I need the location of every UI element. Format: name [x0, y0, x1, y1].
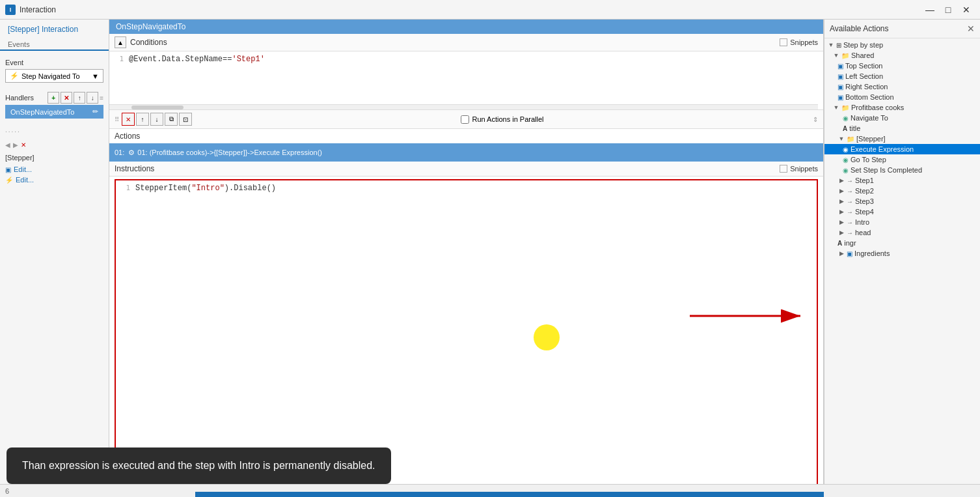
expander-ingredients-icon: ▶ [837, 249, 845, 257]
tree-item-execute-expression[interactable]: ◉ Execute Expression [824, 144, 980, 154]
expand-icon: ≡ [100, 94, 103, 102]
tooltip-box: Than expression is executed and the step… [7, 447, 391, 484]
conditions-code-area: 1 @Event.Data.StepName=='Step1' [109, 51, 823, 110]
copy-action-button[interactable]: ⧉ [165, 113, 178, 126]
snippets-checkbox-inst[interactable] [780, 165, 787, 173]
interaction-title: [Stepper] Interaction [8, 25, 101, 34]
snippets-checkbox[interactable] [780, 38, 787, 46]
event-section: Event ⚡ Step Navigated To ▼ [0, 53, 109, 88]
line-number-1: 1 [109, 55, 129, 63]
paste-action-button[interactable]: ⊡ [179, 113, 192, 126]
handlers-header: Handlers + ✕ ↑ ↓ ≡ [5, 91, 103, 105]
intro-icon: → [847, 219, 853, 226]
minimize-button[interactable]: — [921, 3, 938, 16]
tree-item-navigate-to[interactable]: ◉ Navigate To [824, 113, 980, 123]
collapse-conditions-button[interactable]: ▲ [115, 36, 126, 48]
handler-title-text: OnStepNavigatedTo [116, 22, 185, 31]
action-icon: ⚙ [128, 149, 135, 157]
go-to-step-label: Go To Step [851, 156, 886, 163]
tree-item-stepper[interactable]: ▼ 📁 [Stepper] [824, 134, 980, 144]
tree-item-step2[interactable]: ▶ → Step2 [824, 186, 980, 196]
window-title: Interaction [20, 5, 56, 14]
tree-item-profitbase-cooks[interactable]: ▼ 📁 Profitbase cooks [824, 102, 980, 113]
profitbase-cooks-label: Profitbase cooks [851, 104, 904, 111]
maximize-button[interactable]: □ [940, 3, 957, 16]
step2-icon: → [847, 188, 853, 195]
title-bar-left: I Interaction [5, 5, 56, 15]
parallel-checkbox[interactable] [461, 115, 469, 124]
tree-item-step-by-step[interactable]: ▼ ⊞ Step by step [824, 40, 980, 50]
tree-item-step3[interactable]: ▶ → Step3 [824, 196, 980, 206]
edit-button-2[interactable]: Edit... [16, 176, 34, 184]
tree-item-bottom-section[interactable]: ▣ Bottom Section [824, 92, 980, 102]
left-panel: [Stepper] Interaction Events Event ⚡ Ste… [0, 20, 109, 497]
step4-label: Step4 [855, 208, 874, 216]
delete-handler-button[interactable]: ✕ [61, 92, 72, 104]
move-action-down-button[interactable]: ↓ [150, 113, 163, 126]
close-button[interactable]: ✕ [958, 3, 975, 16]
expander-icon: ▼ [827, 41, 835, 49]
code-line-1: 1 @Event.Data.StepName=='Step1' [109, 54, 823, 64]
ingr-label: ingr [844, 239, 856, 247]
tree-item-shared[interactable]: ▼ 📁 Shared [824, 50, 980, 61]
line-content-1[interactable]: @Event.Data.StepName=='Step1' [129, 55, 265, 64]
handlers-label: Handlers [5, 94, 46, 102]
tree-item-ingredients[interactable]: ▶ ▣ Ingredients [824, 248, 980, 259]
top-section-label: Top Section [845, 62, 882, 70]
event-dropdown[interactable]: ⚡ Step Navigated To ▼ [5, 69, 103, 83]
tree-item-left-section[interactable]: ▣ Left Section [824, 71, 980, 81]
tree-item-go-to-step[interactable]: ◉ Go To Step [824, 154, 980, 165]
right-section-icon: ▣ [837, 83, 843, 91]
stepper-label: [Stepper] [0, 151, 109, 164]
center-panel: OnStepNavigatedTo ▲ Conditions Snippets … [109, 20, 824, 497]
conditions-label: Conditions [130, 38, 167, 47]
execute-expr-icon: ◉ [843, 146, 849, 153]
h-scrollbar-thumb [131, 106, 184, 109]
head-icon: → [847, 229, 853, 236]
action-item-1[interactable]: 01: ⚙ 01: (Profitbase cooks)->{[Stepper]… [109, 143, 823, 162]
top-section-icon: ▣ [837, 63, 843, 70]
expander-step1-icon: ▶ [837, 177, 845, 184]
snippets-button-instructions[interactable]: Snippets [780, 165, 818, 173]
right-section-label: Right Section [845, 83, 888, 91]
add-handler-button[interactable]: + [48, 92, 59, 104]
instruction-line-1: 1 StepperItem("Intro").Disable() [116, 183, 817, 193]
handler-item[interactable]: OnStepNavigatedTo ✏ [5, 105, 103, 119]
move-up-handler-button[interactable]: ↑ [74, 92, 85, 104]
tree-item-right-section[interactable]: ▣ Right Section [824, 81, 980, 92]
tree-item-head[interactable]: ▶ → head [824, 227, 980, 238]
tooltip-text: Than expression is executed and the step… [22, 460, 375, 471]
snippets-button-conditions[interactable]: Snippets [780, 38, 818, 46]
set-step-label: Set Step Is Completed [851, 166, 922, 174]
step-by-step-label: Step by step [843, 41, 883, 49]
edit-button-1[interactable]: Edit... [14, 165, 32, 173]
execute-expression-label: Execute Expression [851, 145, 914, 153]
shared-folder-icon: 📁 [841, 52, 849, 59]
expander-step4-icon: ▶ [837, 208, 845, 216]
events-tab[interactable]: Events [0, 39, 109, 51]
inst-line-content[interactable]: StepperItem("Intro").Disable() [135, 184, 276, 193]
instructions-label: Instructions [115, 164, 154, 173]
expand-actions-icon: ⇕ [813, 116, 818, 123]
tree-item-step1[interactable]: ▶ → Step1 [824, 175, 980, 186]
delete-action-button[interactable]: ✕ [122, 113, 135, 126]
panel-header: [Stepper] Interaction [0, 20, 109, 39]
title-icon: A [843, 125, 847, 132]
navigate-to-label: Navigate To [851, 114, 888, 122]
handler-name: OnStepNavigatedTo [10, 108, 74, 116]
tree-item-set-step[interactable]: ◉ Set Step Is Completed [824, 165, 980, 175]
move-action-up-button[interactable]: ↑ [136, 113, 149, 126]
handler-edit-button[interactable]: ✏ [92, 107, 98, 116]
handlers-section: Handlers + ✕ ↑ ↓ ≡ OnStepNavigatedTo ✏ [0, 88, 109, 121]
move-down-handler-button[interactable]: ↓ [87, 92, 98, 104]
tree-item-top-section[interactable]: ▣ Top Section [824, 61, 980, 71]
step4-icon: → [847, 208, 853, 216]
bottom-section-label: Bottom Section [845, 93, 894, 101]
tree-item-intro[interactable]: ▶ → Intro [824, 217, 980, 227]
dots-area: ..... [0, 121, 109, 139]
tree-item-ingr[interactable]: A ingr [824, 238, 980, 248]
tree-item-step4[interactable]: ▶ → Step4 [824, 206, 980, 217]
tree-item-title[interactable]: A title [824, 123, 980, 134]
close-available-actions-button[interactable]: ✕ [967, 23, 975, 34]
h-scrollbar-conditions[interactable] [109, 104, 818, 109]
